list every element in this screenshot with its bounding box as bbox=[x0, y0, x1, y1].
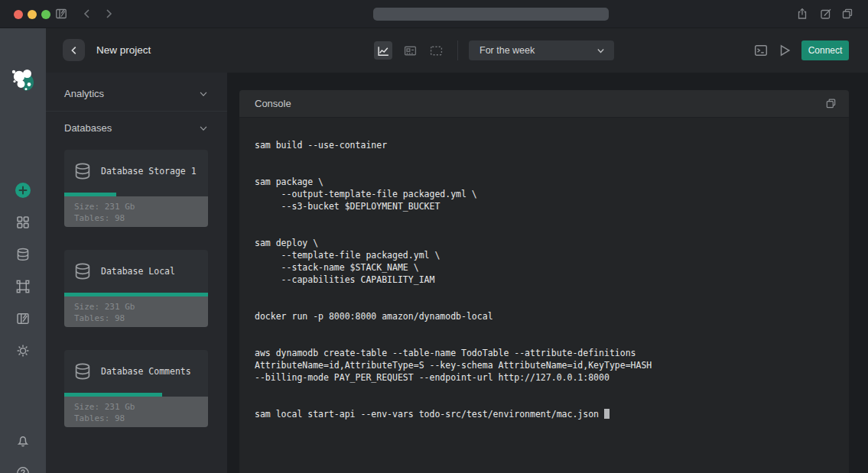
settings-icon[interactable] bbox=[16, 344, 30, 358]
window-titlebar bbox=[0, 0, 868, 28]
database-card[interactable]: Database Comments Size: 231 Gb Tables: 9… bbox=[64, 350, 208, 427]
header-divider bbox=[457, 40, 458, 60]
console-panel: Console sam build --use-container sam pa… bbox=[239, 90, 849, 473]
database-card-title: Database Local bbox=[101, 266, 175, 277]
nav-forward-icon[interactable] bbox=[102, 8, 115, 20]
terminal-icon[interactable] bbox=[754, 44, 768, 57]
copy-icon[interactable] bbox=[825, 98, 837, 109]
database-card[interactable]: Database Storage 1 Size: 231 Gb Tables: … bbox=[64, 150, 208, 227]
database-card-stats: Size: 231 Gb Tables: 98 bbox=[64, 296, 208, 327]
project-header: New project For the week Connect bbox=[46, 28, 868, 73]
icon-rail bbox=[0, 28, 46, 473]
back-button[interactable] bbox=[63, 39, 85, 61]
run-icon[interactable] bbox=[778, 44, 792, 57]
chevron-down-icon bbox=[198, 89, 209, 99]
database-card-stats: Size: 231 Gb Tables: 98 bbox=[64, 397, 208, 427]
chevron-down-icon bbox=[596, 46, 606, 56]
console-cursor bbox=[604, 409, 610, 419]
database-card-stats: Size: 231 Gb Tables: 98 bbox=[64, 196, 208, 227]
console-output: sam build --use-container sam package \ … bbox=[255, 140, 652, 420]
nav-back-icon[interactable] bbox=[81, 8, 93, 20]
section-analytics[interactable]: Analytics bbox=[46, 83, 227, 105]
minimize-window-button[interactable] bbox=[28, 10, 37, 19]
frame-icon[interactable] bbox=[16, 280, 30, 293]
database-icon bbox=[73, 362, 92, 381]
section-databases[interactable]: Databases bbox=[46, 118, 227, 139]
share-icon[interactable] bbox=[796, 8, 808, 20]
database-size-label: Size: 231 Gb bbox=[74, 201, 208, 212]
database-card-header: Database Comments bbox=[64, 350, 208, 393]
close-window-button[interactable] bbox=[14, 10, 23, 19]
frame-view-button[interactable] bbox=[430, 44, 443, 57]
section-databases-label: Databases bbox=[64, 118, 112, 139]
chart-view-button[interactable] bbox=[374, 41, 392, 60]
apps-grid-icon[interactable] bbox=[16, 215, 30, 229]
database-size-label: Size: 231 Gb bbox=[74, 301, 208, 313]
database-tables-label: Tables: 98 bbox=[74, 212, 208, 224]
address-bar[interactable] bbox=[373, 8, 609, 21]
connect-button[interactable]: Connect bbox=[801, 40, 849, 60]
copy-windows-icon[interactable] bbox=[841, 8, 853, 20]
database-tables-label: Tables: 98 bbox=[74, 413, 208, 424]
database-icon bbox=[73, 162, 92, 180]
database-card-title: Database Comments bbox=[101, 366, 191, 377]
help-icon[interactable] bbox=[16, 466, 30, 473]
docs-icon[interactable] bbox=[16, 312, 30, 326]
period-dropdown[interactable]: For the week bbox=[469, 40, 614, 60]
notifications-icon[interactable] bbox=[16, 434, 30, 448]
add-icon[interactable] bbox=[15, 182, 31, 199]
section-analytics-label: Analytics bbox=[64, 83, 104, 105]
app-logo-icon[interactable] bbox=[8, 66, 37, 95]
database-tables-label: Tables: 98 bbox=[74, 313, 208, 324]
database-icon bbox=[73, 262, 92, 280]
database-size-label: Size: 231 Gb bbox=[74, 401, 208, 413]
compose-icon[interactable] bbox=[820, 8, 832, 20]
card-view-button[interactable] bbox=[404, 44, 417, 57]
period-dropdown-value: For the week bbox=[480, 40, 535, 60]
chevron-down-icon bbox=[198, 123, 209, 134]
database-card[interactable]: Database Local Size: 231 Gb Tables: 98 bbox=[64, 250, 208, 327]
page-title: New project bbox=[96, 28, 151, 73]
database-card-header: Database Storage 1 bbox=[64, 150, 208, 193]
database-card-header: Database Local bbox=[64, 250, 208, 293]
database-icon[interactable] bbox=[16, 248, 30, 261]
panel-divider bbox=[46, 111, 227, 112]
console-title: Console bbox=[255, 90, 291, 118]
database-cards-list: Database Storage 1 Size: 231 Gb Tables: … bbox=[64, 150, 208, 450]
console-output-area[interactable]: sam build --use-container sam package \ … bbox=[239, 118, 849, 473]
database-card-title: Database Storage 1 bbox=[101, 166, 197, 177]
console-header: Console bbox=[239, 90, 849, 118]
zoom-window-button[interactable] bbox=[41, 10, 50, 19]
sidebar-toggle-icon[interactable] bbox=[55, 8, 67, 20]
sidebar-panel: Analytics Databases Database Storage 1 S… bbox=[46, 73, 227, 473]
